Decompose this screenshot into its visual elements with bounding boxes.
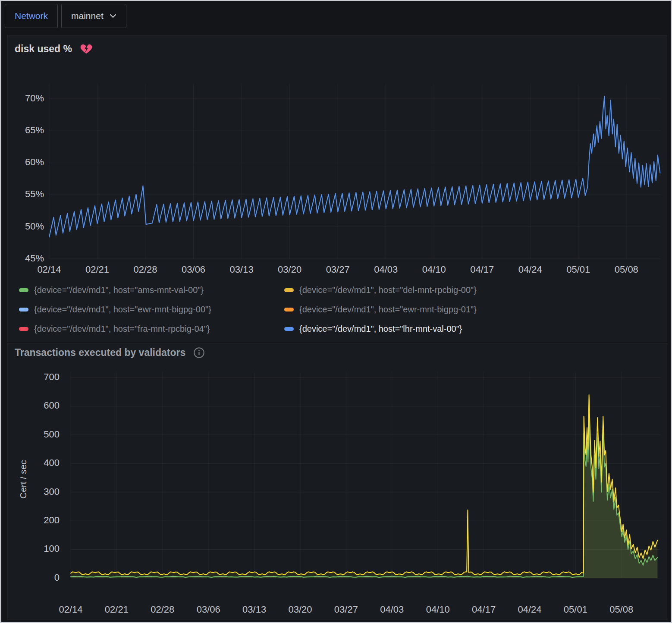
network-variable-value: mainnet (71, 11, 104, 21)
x-tick-label: 02/14 (59, 604, 82, 615)
y-tick-label: 0 (54, 572, 60, 583)
x-tick-label: 05/01 (566, 264, 590, 275)
x-tick-label: 03/27 (334, 604, 358, 615)
y-tick-label: 50% (25, 221, 44, 232)
y-tick-label: 300 (44, 486, 60, 497)
grafana-dashboard: Network mainnet disk used % 45%50%55%60%… (0, 0, 672, 623)
legend-item[interactable]: {device="/dev/md1", host="del-mnt-rpcbig… (284, 284, 477, 296)
broken-heart-icon (80, 42, 93, 55)
x-tick-label: 03/20 (278, 264, 301, 275)
series-fill-series-yellow (71, 395, 657, 578)
y-tick-label: 700 (44, 371, 60, 382)
panel-transactions: Transactions executed by validators Cert… (7, 343, 667, 620)
legend: {device="/dev/md1", host="ams-mnt-val-00… (19, 284, 477, 335)
legend-item[interactable]: {device="/dev/md1", host="ams-mnt-val-00… (19, 284, 280, 296)
legend-label: {device="/dev/md1", host="fra-mnt-rpcbig… (34, 324, 210, 334)
y-tick-label: 60% (25, 157, 44, 167)
y-tick-label: 100 (44, 543, 60, 554)
legend-label: {device="/dev/md1", host="del-mnt-rpcbig… (299, 285, 477, 295)
series-color-swatch (19, 308, 28, 312)
x-tick-label: 04/03 (374, 264, 398, 275)
network-variable-label: Network (5, 4, 58, 28)
x-tick-label: 04/10 (426, 604, 450, 615)
variable-bar: Network mainnet (5, 4, 126, 28)
x-tick-label: 05/08 (609, 604, 633, 615)
y-tick-label: 45% (25, 253, 44, 264)
disk-used-chart[interactable]: 45%50%55%60%65%70%02/1402/2102/2803/0603… (8, 82, 668, 283)
series-color-swatch (284, 288, 294, 292)
y-tick-label: 55% (25, 189, 44, 199)
series-color-swatch (284, 308, 294, 312)
x-tick-label: 04/24 (518, 264, 542, 275)
network-variable-dropdown[interactable]: mainnet (61, 4, 126, 28)
x-tick-label: 02/28 (151, 604, 174, 615)
x-tick-label: 04/24 (518, 604, 541, 615)
panel-disk-used: disk used % 45%50%55%60%65%70%02/1402/21… (7, 35, 667, 342)
panel-title[interactable]: disk used % (15, 43, 72, 55)
x-tick-label: 02/21 (105, 604, 129, 615)
x-tick-label: 02/14 (37, 264, 61, 275)
x-tick-label: 03/13 (242, 604, 266, 615)
legend-item[interactable]: {device="/dev/md1", host="ewr-mnt-bigpg-… (19, 303, 280, 315)
legend-label: {device="/dev/md1", host="ewr-mnt-bigpg-… (34, 305, 211, 315)
transactions-chart[interactable]: 010020030040050060070002/1402/2102/2803/… (8, 368, 668, 620)
network-variable-label-text: Network (15, 11, 48, 21)
panel-transactions-header: Transactions executed by validators (15, 347, 205, 359)
x-tick-label: 03/13 (230, 264, 254, 275)
series-line-series-yellow (71, 395, 657, 575)
legend-item[interactable]: {device="/dev/md1", host="fra-mnt-rpcbig… (19, 323, 280, 335)
x-tick-label: 05/01 (564, 604, 587, 615)
x-tick-label: 03/06 (182, 264, 205, 275)
x-tick-label: 04/17 (472, 604, 496, 615)
x-tick-label: 03/20 (288, 604, 312, 615)
series-color-swatch (19, 327, 28, 331)
x-tick-label: 04/10 (422, 264, 446, 275)
x-tick-label: 02/28 (134, 264, 157, 275)
chevron-down-icon (110, 14, 116, 18)
x-tick-label: 04/17 (470, 264, 494, 275)
y-tick-label: 400 (44, 457, 60, 468)
x-tick-label: 04/03 (380, 604, 404, 615)
panel-disk-used-header: disk used % (15, 42, 93, 55)
panel-title[interactable]: Transactions executed by validators (15, 347, 185, 359)
legend-item[interactable]: {device="/dev/md1", host="lhr-mnt-val-00… (284, 323, 477, 335)
series-line-{device="/dev/md1", host="lhr-mnt-val-00"} (49, 96, 660, 237)
y-tick-label: 65% (25, 125, 44, 135)
legend-item[interactable]: {device="/dev/md1", host="ewr-mnt-bigpg-… (284, 303, 477, 315)
y-tick-label: 70% (25, 93, 44, 104)
info-icon[interactable] (193, 347, 205, 359)
legend-label: {device="/dev/md1", host="lhr-mnt-val-00… (299, 324, 462, 334)
series-color-swatch (284, 327, 294, 331)
y-tick-label: 500 (44, 429, 60, 440)
legend-label: {device="/dev/md1", host="ams-mnt-val-00… (34, 285, 204, 295)
x-tick-label: 03/27 (326, 264, 350, 275)
x-tick-label: 02/21 (85, 264, 109, 275)
y-tick-label: 600 (44, 400, 60, 411)
legend-label: {device="/dev/md1", host="ewr-mnt-bigpg-… (299, 305, 477, 315)
x-tick-label: 05/08 (615, 264, 638, 275)
series-line-series-green (71, 413, 657, 577)
series-color-swatch (19, 288, 28, 292)
x-tick-label: 03/06 (197, 604, 220, 615)
series-fill-series-green (71, 413, 657, 578)
y-tick-label: 200 (44, 515, 60, 525)
